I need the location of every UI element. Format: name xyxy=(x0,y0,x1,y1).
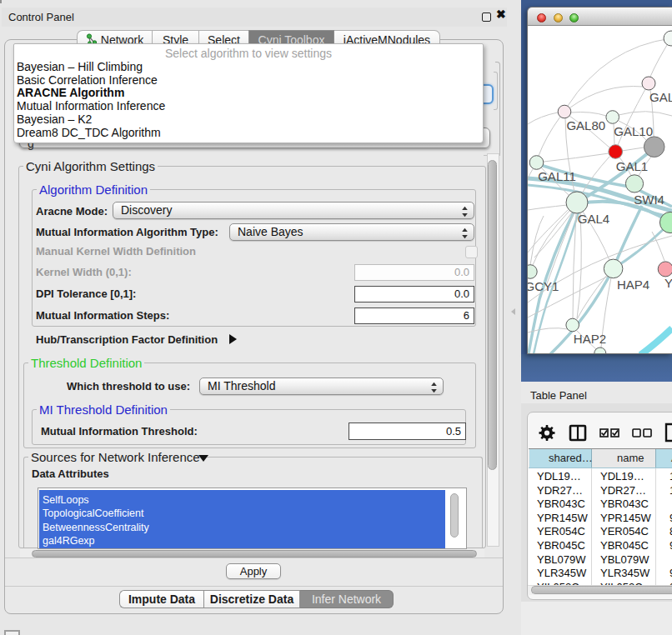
svg-text:GAL4: GAL4 xyxy=(578,212,609,226)
svg-text:GAL1: GAL1 xyxy=(616,159,648,173)
svg-text:GAL10: GAL10 xyxy=(614,124,653,138)
svg-text:Y: Y xyxy=(664,276,672,290)
svg-text:HAP2: HAP2 xyxy=(574,332,606,346)
svg-text:GAL11: GAL11 xyxy=(538,169,576,183)
svg-text:GCY1: GCY1 xyxy=(528,279,559,293)
svg-text:GAL80: GAL80 xyxy=(566,118,605,132)
svg-text:GAL7: GAL7 xyxy=(649,90,672,104)
svg-text:SWI4: SWI4 xyxy=(634,192,664,207)
svg-text:HAP4: HAP4 xyxy=(617,278,649,292)
